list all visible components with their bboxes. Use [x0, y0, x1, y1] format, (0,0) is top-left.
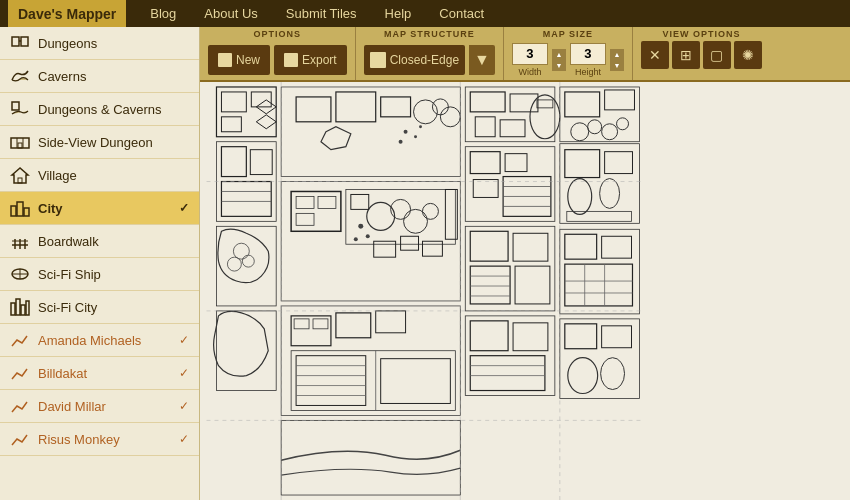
sidebar-label-billdakat: Billdakat: [38, 366, 87, 381]
sidebar-item-dungeons[interactable]: Dungeons: [0, 27, 199, 60]
svg-rect-102: [336, 313, 371, 338]
svg-point-54: [602, 124, 618, 140]
sidebar-item-david[interactable]: David Millar ✓: [0, 390, 199, 423]
svg-rect-31: [281, 87, 460, 177]
city-icon: [10, 198, 30, 218]
height-group: Height: [570, 43, 606, 77]
sidebar-item-caverns[interactable]: Caverns: [0, 60, 199, 93]
svg-point-70: [404, 209, 428, 233]
svg-rect-120: [560, 229, 640, 314]
export-label: Export: [302, 53, 337, 67]
toolbar-view-options: VIEW OPTIONS ✕ ⊞ ▢ ✺: [633, 27, 770, 80]
svg-rect-123: [565, 264, 633, 306]
svg-rect-1: [21, 37, 28, 46]
sidebar-label-scifi-city: Sci-Fi City: [38, 300, 97, 315]
svg-rect-21: [11, 303, 15, 315]
sidebar-label-risus: Risus Monkey: [38, 432, 120, 447]
brand-logo[interactable]: Dave's Mapper: [8, 0, 126, 27]
map-size-label: MAP SIZE: [543, 29, 593, 39]
billdakat-check: ✓: [179, 366, 189, 380]
svg-rect-121: [565, 234, 597, 259]
svg-rect-34: [381, 97, 411, 117]
svg-point-97: [227, 257, 241, 271]
width-down[interactable]: ▼: [552, 60, 566, 71]
toolbar-map-structure: MAP STRUCTURE Closed-Edge ▼: [356, 27, 504, 80]
svg-point-55: [617, 118, 629, 130]
side-view-icon: [10, 132, 30, 152]
map-structure-select[interactable]: Closed-Edge: [364, 45, 465, 75]
new-icon: [218, 53, 232, 67]
user-billdakat-icon: [10, 363, 30, 383]
sidebar-item-boardwalk[interactable]: Boardwalk: [0, 225, 199, 258]
svg-rect-58: [250, 150, 272, 175]
svg-point-53: [588, 120, 602, 134]
height-input[interactable]: [570, 43, 606, 65]
sidebar-item-dungeons-caverns[interactable]: Dungeons & Caverns: [0, 93, 199, 126]
svg-point-95: [233, 243, 249, 259]
new-button[interactable]: New: [208, 45, 270, 75]
svg-rect-64: [296, 196, 314, 208]
view-options-label: VIEW OPTIONS: [662, 29, 740, 39]
height-up[interactable]: ▲: [610, 49, 624, 60]
svg-rect-78: [422, 241, 442, 256]
view-btn-grid[interactable]: ⊞: [672, 41, 700, 69]
content-area: OPTIONS New Export MAP STRUCTURE: [200, 27, 850, 500]
svg-point-39: [414, 135, 417, 138]
map-canvas[interactable]: [200, 82, 850, 500]
sidebar-item-risus[interactable]: Risus Monkey ✓: [0, 423, 199, 456]
svg-rect-101: [313, 319, 328, 329]
nav-about[interactable]: About Us: [190, 0, 271, 27]
svg-rect-45: [475, 117, 495, 137]
sidebar-item-billdakat[interactable]: Billdakat ✓: [0, 357, 199, 390]
svg-rect-22: [16, 299, 20, 315]
sidebar-label-city: City: [38, 201, 63, 216]
nav-submit[interactable]: Submit Tiles: [272, 0, 371, 27]
nav-blog[interactable]: Blog: [136, 0, 190, 27]
sidebar-item-side-view[interactable]: Side-View Dungeon: [0, 126, 199, 159]
svg-rect-122: [602, 236, 632, 258]
map-structure-dropdown[interactable]: ▼: [469, 45, 495, 75]
sidebar-item-village[interactable]: Village: [0, 159, 199, 192]
map-structure-label: MAP STRUCTURE: [384, 29, 475, 39]
sidebar-label-caverns: Caverns: [38, 69, 86, 84]
amanda-check: ✓: [179, 333, 189, 347]
svg-point-71: [422, 203, 438, 219]
sidebar-item-amanda[interactable]: Amanda Michaels ✓: [0, 324, 199, 357]
sidebar-label-amanda: Amanda Michaels: [38, 333, 141, 348]
svg-marker-30: [256, 115, 276, 129]
width-input[interactable]: [512, 43, 548, 65]
sidebar-item-scifi-city[interactable]: Sci-Fi City: [0, 291, 199, 324]
sidebar: Dungeons Caverns Dungeons & Caverns Side…: [0, 27, 200, 500]
svg-rect-3: [12, 102, 19, 110]
user-risus-icon: [10, 429, 30, 449]
svg-rect-51: [605, 90, 635, 110]
height-down[interactable]: ▼: [610, 60, 624, 71]
view-btn-x[interactable]: ✕: [641, 41, 669, 69]
svg-rect-137: [565, 324, 597, 349]
sidebar-item-city[interactable]: City ✓: [0, 192, 199, 225]
svg-rect-115: [470, 266, 510, 304]
width-up[interactable]: ▲: [552, 49, 566, 60]
svg-point-68: [367, 202, 395, 230]
svg-rect-27: [251, 92, 271, 107]
view-btn-star[interactable]: ✺: [734, 41, 762, 69]
user-amanda-icon: [10, 330, 30, 350]
svg-rect-114: [513, 233, 548, 261]
svg-rect-136: [560, 319, 640, 399]
svg-rect-93: [567, 211, 632, 221]
svg-rect-50: [565, 92, 600, 117]
options-label: OPTIONS: [254, 29, 302, 39]
toolbar-options: OPTIONS New Export: [200, 27, 356, 80]
dungeon-icon: [10, 33, 30, 53]
sidebar-item-scifi-ship[interactable]: Sci-Fi Ship: [0, 258, 199, 291]
svg-rect-100: [294, 319, 309, 329]
nav-contact[interactable]: Contact: [425, 0, 498, 27]
nav-help[interactable]: Help: [371, 0, 426, 27]
export-button[interactable]: Export: [274, 45, 347, 75]
height-spinners: ▲ ▼: [610, 49, 624, 71]
svg-rect-128: [216, 311, 276, 391]
svg-rect-76: [374, 241, 396, 257]
top-nav: Dave's Mapper Blog About Us Submit Tiles…: [0, 0, 850, 27]
toolbar: OPTIONS New Export MAP STRUCTURE: [200, 27, 850, 82]
view-btn-outline[interactable]: ▢: [703, 41, 731, 69]
